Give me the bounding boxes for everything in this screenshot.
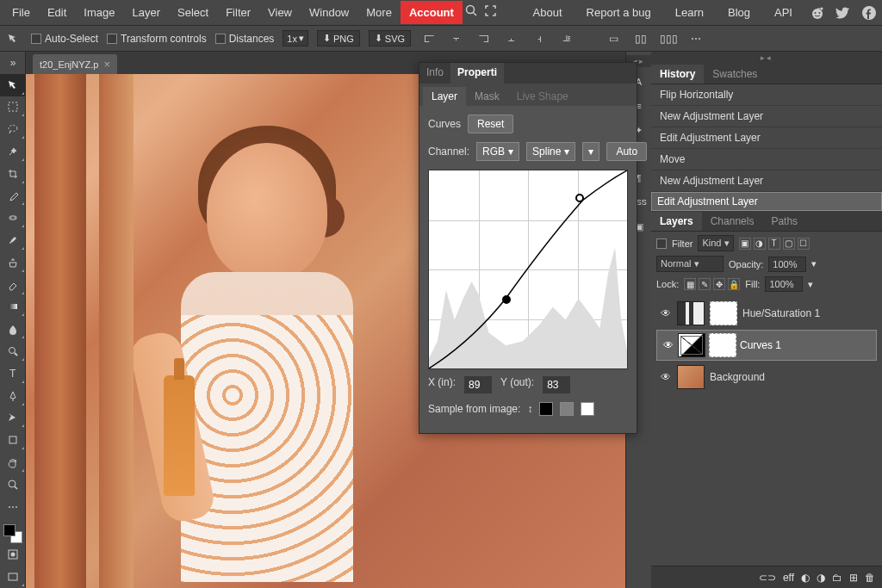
menu-layer[interactable]: Layer [124,1,170,24]
color-swatches[interactable] [3,524,22,543]
align-center-v-icon[interactable]: ⫞ [530,29,549,48]
mask-subtab[interactable]: Mask [466,87,508,106]
folder-icon[interactable]: 🗀 [832,572,842,584]
menu-image[interactable]: Image [75,1,123,24]
align-top-icon[interactable]: ⫠ [502,29,521,48]
auto-select-checkbox[interactable]: Auto-Select [31,33,98,45]
fill-dropdown-icon[interactable]: ▾ [808,279,813,290]
tool-type[interactable]: T [0,362,26,385]
zoom-select[interactable]: 1x▾ [283,30,308,46]
twitter-icon[interactable] [834,3,853,22]
tool-screenmode[interactable] [0,566,26,588]
link-layers-icon[interactable]: ⊂⊃ [759,572,776,584]
history-item[interactable]: Move [651,149,882,170]
fill-input[interactable]: 100% [765,276,803,292]
history-tab[interactable]: History [651,65,704,84]
layers-tab[interactable]: Layers [651,212,702,231]
menu-about[interactable]: About [525,1,571,24]
tool-dodge[interactable] [0,340,26,362]
layer-item[interactable]: 👁 Curves 1 [656,330,877,361]
opacity-input[interactable]: 100% [768,257,806,272]
x-input[interactable] [464,376,492,393]
tool-brush[interactable] [0,229,26,251]
visibility-icon[interactable]: 👁 [662,339,674,351]
close-tab-icon[interactable]: × [103,58,110,71]
tool-lasso[interactable] [0,118,26,140]
menu-edit[interactable]: Edit [39,1,75,24]
tool-eraser[interactable] [0,274,26,296]
tool-crop[interactable] [0,163,26,185]
tool-clone[interactable] [0,251,26,274]
history-item[interactable]: Edit Adjustment Layer [651,127,882,149]
facebook-icon[interactable] [860,3,879,22]
spline-extra-dropdown[interactable]: ▾ [582,142,599,161]
kind-select[interactable]: Kind ▾ [698,235,733,251]
menu-learn[interactable]: Learn [667,1,712,24]
menu-account[interactable]: Account [401,1,463,24]
tool-heal[interactable] [0,207,26,229]
curve-point[interactable] [502,295,511,304]
distribute-1-icon[interactable]: ▭ [604,29,623,48]
opacity-dropdown-icon[interactable]: ▾ [811,258,817,269]
history-item[interactable]: New Adjustment Layer [651,170,882,192]
history-item[interactable]: New Adjustment Layer [651,106,882,127]
reddit-icon[interactable] [808,3,827,22]
tool-eyedropper[interactable] [0,185,26,207]
tool-pen[interactable] [0,385,26,407]
info-tab[interactable]: Info [419,63,450,84]
export-png-button[interactable]: ⬇PNG [317,30,360,46]
document-tab[interactable]: t20_EnjNYZ.p× [33,54,117,74]
layer-filter-icons[interactable]: ▣◑T▢☐ [739,238,810,250]
tool-path[interactable] [0,407,26,430]
mask-icon[interactable]: ◐ [801,572,810,584]
tool-move[interactable] [0,74,26,96]
menu-more[interactable]: More [357,1,401,24]
layer-item[interactable]: 👁 Hue/Saturation 1 [656,297,877,330]
tool-more[interactable]: ⋯ [0,496,26,518]
history-item[interactable]: Edit Adjustment Layer [651,192,882,211]
channel-select[interactable]: RGB▾ [476,142,519,161]
new-layer-icon[interactable]: ⊞ [849,572,858,584]
reset-button[interactable]: Reset [468,115,513,133]
effects-icon[interactable]: eff [783,572,794,584]
menu-select[interactable]: Select [169,1,217,24]
layer-subtab[interactable]: Layer [423,87,466,106]
paths-tab[interactable]: Paths [762,212,806,231]
distances-checkbox[interactable]: Distances [215,33,275,45]
curves-graph[interactable] [428,170,628,369]
tool-expand[interactable]: » [0,52,26,74]
align-right-icon[interactable]: ⫎ [475,29,494,48]
align-left-icon[interactable]: ⫍ [419,29,438,48]
curve-point[interactable] [575,194,584,202]
align-bottom-icon[interactable]: ⫡ [557,29,576,48]
menu-view[interactable]: View [259,1,301,24]
filter-checkbox[interactable] [656,238,667,249]
tool-zoom[interactable] [0,473,26,496]
tool-gradient[interactable] [0,296,26,319]
menu-blog[interactable]: Blog [719,1,759,24]
tool-marquee[interactable] [0,96,26,119]
sampler-icon[interactable]: ↕ [527,403,532,415]
menu-api[interactable]: API [766,1,801,24]
visibility-icon[interactable]: 👁 [660,307,672,319]
swatches-tab[interactable]: Swatches [704,65,766,84]
history-item[interactable]: Flip Horizontally [651,84,882,106]
tool-wand[interactable] [0,140,26,163]
fullscreen-icon[interactable] [481,1,500,20]
delete-icon[interactable]: 🗑 [865,572,875,584]
align-center-h-icon[interactable]: ⫟ [447,29,466,48]
menu-bug[interactable]: Report a bug [578,1,660,24]
spline-select[interactable]: Spline▾ [526,142,575,161]
tool-shape[interactable] [0,429,26,451]
blend-mode-select[interactable]: Normal ▾ [656,256,724,272]
black-point-swatch[interactable] [539,402,553,416]
tool-hand[interactable] [0,451,26,473]
visibility-icon[interactable]: 👁 [660,371,672,383]
white-point-swatch[interactable] [581,402,594,416]
export-svg-button[interactable]: ⬇SVG [369,30,411,46]
menu-filter[interactable]: Filter [217,1,259,24]
channels-tab[interactable]: Channels [702,212,763,231]
search-icon[interactable] [463,1,481,20]
tool-quickmask[interactable] [0,543,26,566]
auto-button[interactable]: Auto [606,142,647,161]
